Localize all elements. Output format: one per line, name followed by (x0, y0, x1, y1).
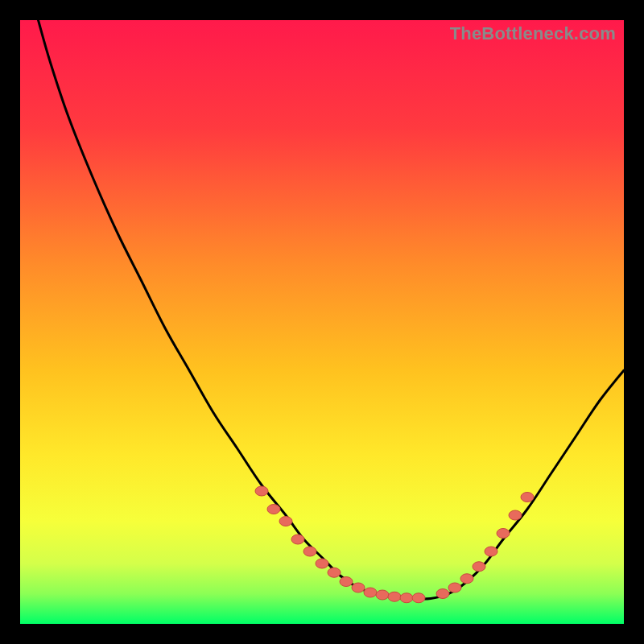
sample-dot (497, 529, 510, 539)
watermark-text: TheBottleneck.com (450, 23, 616, 44)
sample-dot (509, 510, 522, 520)
sample-dot (267, 505, 280, 514)
sample-dot (400, 593, 413, 603)
sample-dot (412, 593, 425, 603)
sample-dot (279, 517, 292, 526)
sample-dot (521, 493, 534, 502)
chart-frame: TheBottleneck.com (20, 20, 624, 624)
sample-dot (255, 486, 268, 496)
bottleneck-chart (20, 20, 624, 624)
sample-dot (473, 562, 485, 572)
sample-dot (364, 588, 377, 597)
sample-dot (448, 583, 461, 592)
sample-dot (436, 589, 449, 599)
sample-dot (340, 577, 353, 587)
sample-dot (376, 590, 389, 600)
sample-dot (352, 583, 365, 592)
sample-dot (485, 547, 497, 556)
sample-dot (316, 559, 328, 568)
sample-dot (328, 568, 341, 577)
sample-dot (303, 547, 316, 556)
sample-dot (291, 535, 304, 544)
sample-dot (460, 574, 473, 584)
gradient-background (20, 20, 624, 624)
sample-dot (388, 592, 401, 601)
